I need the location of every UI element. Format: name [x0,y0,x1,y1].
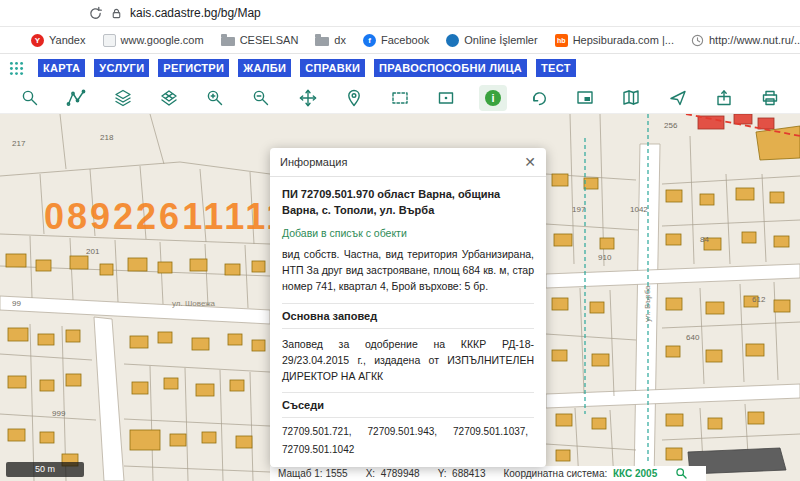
launcher-grid-icon[interactable] [8,60,25,77]
site-nav: КАРТА УСЛУГИ РЕГИСТРИ ЖАЛБИ СПРАВКИ ПРАВ… [0,54,800,82]
bookmark-item[interactable]: hb Hepsiburada.com |... [555,34,674,47]
bookmark-label: http://www.nut.ru/... [709,34,800,46]
nav-item-zhalbi[interactable]: ЖАЛБИ [238,59,291,77]
svg-text:1042: 1042 [630,205,648,214]
export-icon [714,88,734,108]
neighbor-id[interactable]: 72709.501.721, [282,426,352,437]
tool-basemap[interactable] [155,85,183,111]
svg-text:ул. Шовежа: ул. Шовежа [172,299,216,308]
folder-icon [315,37,329,46]
nav-item-test[interactable]: ТЕСТ [536,59,576,77]
svg-text:197: 197 [572,205,586,214]
nav-item-uslugi[interactable]: УСЛУГИ [94,59,149,77]
bookmarks-bar: Y Yandex www.google.com CESELSAN dx f Fa… [0,27,800,54]
basemap-icon [159,88,179,108]
search-icon [20,88,40,108]
tool-locate[interactable] [340,85,368,111]
bookmark-label: www.google.com [121,34,204,46]
bookmark-item[interactable]: Online İşlemler [446,34,537,47]
tool-search[interactable] [16,85,44,111]
svg-text:201: 201 [86,247,100,256]
bookmark-label: dx [334,34,346,46]
tool-measure[interactable] [62,85,90,111]
svg-text:256: 256 [664,121,678,130]
x-coordinate: X: 4789948 [366,468,420,479]
browser-address-bar: kais.cadastre.bg/bg/Map [0,0,800,27]
neighbors-list: 72709.501.721, 72709.501.943, 72709.501.… [282,418,534,455]
select-screen-icon [575,88,595,108]
bookmark-item[interactable]: dx [315,34,346,46]
map-toolbar: i [0,82,800,114]
zoom-in-icon [205,88,225,108]
svg-text:i: i [491,92,494,104]
reload-icon[interactable] [88,6,103,21]
address-url[interactable]: kais.cadastre.bg/bg/Map [130,6,261,20]
bookmark-label: Hepsiburada.com |... [573,34,674,46]
section-order-header: Основна заповед [282,303,534,329]
nav-item-pravosposobni-litsa[interactable]: ПРАВОСПОСОБНИ ЛИЦА [374,59,527,77]
tool-zoom-out[interactable] [247,85,275,111]
svg-text:640: 640 [686,333,700,342]
tool-navigate[interactable] [664,85,692,111]
bookmark-item[interactable]: www.google.com [103,34,204,47]
layers-icon [113,88,133,108]
zoom-out-icon [251,88,271,108]
tool-print[interactable] [756,85,784,111]
tool-select-rectangle[interactable] [386,85,414,111]
info-popup-body: ПИ 72709.501.970 област Варна, община Ва… [270,177,546,467]
tool-extent[interactable] [432,85,460,111]
facebook-favicon: f [363,34,376,47]
crs-value[interactable]: ККС 2005 [613,468,657,479]
globe-favicon [446,34,459,47]
statusbar-search-button[interactable] [675,467,688,480]
add-to-list-link[interactable]: Добави в списък с обекти [282,227,407,239]
bookmark-item[interactable]: CESELSAN [221,34,299,46]
svg-text:218: 218 [100,133,114,142]
map-status-bar: Мащаб 1: 1555 X: 4789948 Y: 688413 Коорд… [270,466,706,481]
scale-readout[interactable]: Мащаб 1: 1555 [278,468,348,479]
bookmark-item[interactable]: f Facebook [363,34,429,47]
svg-text:999: 999 [52,409,66,418]
navigate-icon [668,88,688,108]
tool-export[interactable] [710,85,738,111]
lock-icon[interactable] [110,7,123,20]
tool-previous-extent[interactable] [525,85,553,111]
kais-cadastre-app: kais.cadastre.bg/bg/Map Y Yandex www.goo… [0,0,800,481]
pan-icon [298,88,318,108]
svg-text:99: 99 [12,299,21,308]
statusbar-search-icon [675,467,688,480]
bookmark-item[interactable]: http://www.nut.ru/... [691,34,800,47]
close-icon[interactable]: ✕ [524,155,536,169]
parcel-heading: ПИ 72709.501.970 област Варна, община Ва… [282,187,534,219]
tool-layers[interactable] [109,85,137,111]
select-rectangle-icon [390,88,410,108]
nav-item-spravki[interactable]: СПРАВКИ [300,59,365,77]
location-pin-icon [344,88,364,108]
svg-text:910: 910 [598,253,612,262]
neighbor-id[interactable]: 72709.501.943, [368,426,438,437]
tool-pan[interactable] [294,85,322,111]
extent-icon [436,88,456,108]
webpage-favicon [103,34,116,47]
yandex-favicon: Y [31,34,44,47]
bookmark-label: Facebook [381,34,429,46]
info-icon: i [483,88,503,108]
tool-zoom-in[interactable] [201,85,229,111]
bookmark-item[interactable]: Y Yandex [31,34,86,47]
bookmark-label: CESELSAN [240,34,299,46]
neighbor-id[interactable]: 72709.501.1042 [282,444,354,455]
bookmark-label: Online İşlemler [464,34,537,46]
previous-extent-icon [529,88,549,108]
svg-text:84: 84 [700,235,709,244]
neighbor-id[interactable]: 72709.501.1037, [453,426,528,437]
svg-text:217: 217 [12,139,26,148]
y-coordinate: Y: 688413 [438,468,486,479]
nav-item-karta[interactable]: КАРТА [38,59,85,77]
tool-map-sheets[interactable] [617,85,645,111]
section-neighbors-header: Съседи [282,392,534,418]
measure-icon [66,88,86,108]
tool-select-screen[interactable] [571,85,599,111]
print-icon [760,88,780,108]
nav-item-registri[interactable]: РЕГИСТРИ [158,59,229,77]
tool-info[interactable]: i [479,85,507,111]
